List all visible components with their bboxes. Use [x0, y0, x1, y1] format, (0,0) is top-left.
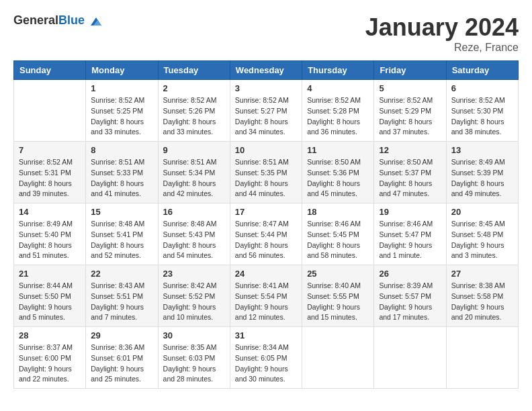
- day-info: Sunrise: 8:37 AM Sunset: 6:00 PM Dayligh…: [19, 342, 81, 385]
- calendar-cell: 20Sunrise: 8:45 AM Sunset: 5:48 PM Dayli…: [446, 203, 518, 265]
- day-info: Sunrise: 8:35 AM Sunset: 6:03 PM Dayligh…: [163, 342, 225, 385]
- location-subtitle: Reze, France: [365, 42, 519, 54]
- week-row-2: 14Sunrise: 8:49 AM Sunset: 5:40 PM Dayli…: [14, 203, 519, 265]
- header-row: SundayMondayTuesdayWednesdayThursdayFrid…: [14, 61, 519, 80]
- day-number: 2: [163, 83, 225, 93]
- day-number: 7: [19, 145, 81, 155]
- calendar-cell: [302, 327, 374, 389]
- calendar-cell: [14, 80, 86, 142]
- day-info: Sunrise: 8:51 AM Sunset: 5:33 PM Dayligh…: [91, 157, 152, 199]
- calendar-cell: 6Sunrise: 8:52 AM Sunset: 5:30 PM Daylig…: [446, 80, 518, 142]
- day-info: Sunrise: 8:52 AM Sunset: 5:25 PM Dayligh…: [91, 95, 152, 138]
- day-info: Sunrise: 8:43 AM Sunset: 5:51 PM Dayligh…: [91, 281, 152, 323]
- calendar-cell: 29Sunrise: 8:36 AM Sunset: 6:01 PM Dayli…: [86, 327, 158, 389]
- day-info: Sunrise: 8:39 AM Sunset: 5:57 PM Dayligh…: [379, 281, 441, 323]
- calendar-cell: 19Sunrise: 8:46 AM Sunset: 5:47 PM Dayli…: [374, 203, 446, 265]
- day-number: 1: [91, 83, 152, 93]
- day-number: 11: [307, 145, 369, 155]
- day-number: 29: [91, 330, 152, 340]
- day-info: Sunrise: 8:51 AM Sunset: 5:35 PM Dayligh…: [235, 157, 297, 199]
- calendar-cell: 23Sunrise: 8:42 AM Sunset: 5:52 PM Dayli…: [158, 265, 230, 327]
- day-number: 9: [163, 145, 225, 155]
- calendar-cell: [446, 327, 518, 389]
- header-wednesday: Wednesday: [230, 61, 302, 80]
- calendar-cell: 17Sunrise: 8:47 AM Sunset: 5:44 PM Dayli…: [230, 203, 302, 265]
- day-info: Sunrise: 8:44 AM Sunset: 5:50 PM Dayligh…: [19, 281, 81, 323]
- day-info: Sunrise: 8:48 AM Sunset: 5:41 PM Dayligh…: [91, 219, 152, 261]
- day-number: 24: [235, 269, 297, 279]
- calendar-cell: [374, 327, 446, 389]
- day-info: Sunrise: 8:52 AM Sunset: 5:28 PM Dayligh…: [307, 95, 369, 138]
- month-title: January 2024: [365, 13, 519, 42]
- logo-icon: [89, 15, 103, 28]
- calendar-cell: 15Sunrise: 8:48 AM Sunset: 5:41 PM Dayli…: [86, 203, 158, 265]
- calendar-cell: 10Sunrise: 8:51 AM Sunset: 5:35 PM Dayli…: [230, 142, 302, 203]
- day-number: 15: [91, 207, 152, 217]
- calendar-cell: 28Sunrise: 8:37 AM Sunset: 6:00 PM Dayli…: [14, 327, 86, 389]
- day-number: 28: [19, 330, 81, 340]
- day-info: Sunrise: 8:52 AM Sunset: 5:26 PM Dayligh…: [163, 95, 225, 138]
- week-row-0: 1Sunrise: 8:52 AM Sunset: 5:25 PM Daylig…: [14, 80, 519, 142]
- title-block: January 2024 Reze, France: [365, 13, 519, 54]
- day-info: Sunrise: 8:49 AM Sunset: 5:40 PM Dayligh…: [19, 219, 81, 261]
- day-number: 6: [451, 83, 513, 93]
- calendar-cell: 4Sunrise: 8:52 AM Sunset: 5:28 PM Daylig…: [302, 80, 374, 142]
- calendar-cell: 11Sunrise: 8:50 AM Sunset: 5:36 PM Dayli…: [302, 142, 374, 203]
- calendar-cell: 14Sunrise: 8:49 AM Sunset: 5:40 PM Dayli…: [14, 203, 86, 265]
- day-number: 30: [163, 330, 225, 340]
- day-number: 3: [235, 83, 297, 93]
- day-number: 27: [451, 269, 513, 279]
- week-row-1: 7Sunrise: 8:52 AM Sunset: 5:31 PM Daylig…: [14, 142, 519, 203]
- calendar-cell: 5Sunrise: 8:52 AM Sunset: 5:29 PM Daylig…: [374, 80, 446, 142]
- calendar-cell: 1Sunrise: 8:52 AM Sunset: 5:25 PM Daylig…: [86, 80, 158, 142]
- header-tuesday: Tuesday: [158, 61, 230, 80]
- calendar-cell: 18Sunrise: 8:46 AM Sunset: 5:45 PM Dayli…: [302, 203, 374, 265]
- logo: GeneralBlue: [13, 13, 103, 28]
- day-info: Sunrise: 8:47 AM Sunset: 5:44 PM Dayligh…: [235, 219, 297, 261]
- day-number: 26: [379, 269, 441, 279]
- day-info: Sunrise: 8:40 AM Sunset: 5:55 PM Dayligh…: [307, 281, 369, 323]
- calendar-cell: 8Sunrise: 8:51 AM Sunset: 5:33 PM Daylig…: [86, 142, 158, 203]
- calendar-table: SundayMondayTuesdayWednesdayThursdayFrid…: [13, 60, 519, 389]
- day-number: 22: [91, 269, 152, 279]
- calendar-cell: 31Sunrise: 8:34 AM Sunset: 6:05 PM Dayli…: [230, 327, 302, 389]
- day-number: 21: [19, 269, 81, 279]
- day-info: Sunrise: 8:52 AM Sunset: 5:29 PM Dayligh…: [379, 95, 441, 138]
- day-number: 10: [235, 145, 297, 155]
- header-friday: Friday: [374, 61, 446, 80]
- day-info: Sunrise: 8:42 AM Sunset: 5:52 PM Dayligh…: [163, 281, 225, 323]
- day-number: 4: [307, 83, 369, 93]
- calendar-cell: 16Sunrise: 8:48 AM Sunset: 5:43 PM Dayli…: [158, 203, 230, 265]
- calendar-cell: 21Sunrise: 8:44 AM Sunset: 5:50 PM Dayli…: [14, 265, 86, 327]
- day-number: 25: [307, 269, 369, 279]
- calendar-cell: 9Sunrise: 8:51 AM Sunset: 5:34 PM Daylig…: [158, 142, 230, 203]
- day-info: Sunrise: 8:41 AM Sunset: 5:54 PM Dayligh…: [235, 281, 297, 323]
- day-info: Sunrise: 8:46 AM Sunset: 5:47 PM Dayligh…: [379, 219, 441, 261]
- day-number: 31: [235, 330, 297, 340]
- day-info: Sunrise: 8:52 AM Sunset: 5:27 PM Dayligh…: [235, 95, 297, 138]
- day-number: 13: [451, 145, 513, 155]
- day-number: 19: [379, 207, 441, 217]
- week-row-3: 21Sunrise: 8:44 AM Sunset: 5:50 PM Dayli…: [14, 265, 519, 327]
- day-number: 17: [235, 207, 297, 217]
- header-sunday: Sunday: [14, 61, 86, 80]
- header-saturday: Saturday: [446, 61, 518, 80]
- day-number: 16: [163, 207, 225, 217]
- day-number: 20: [451, 207, 513, 217]
- calendar-cell: 3Sunrise: 8:52 AM Sunset: 5:27 PM Daylig…: [230, 80, 302, 142]
- day-number: 23: [163, 269, 225, 279]
- day-info: Sunrise: 8:50 AM Sunset: 5:37 PM Dayligh…: [379, 157, 441, 199]
- day-info: Sunrise: 8:38 AM Sunset: 5:58 PM Dayligh…: [451, 281, 513, 323]
- day-info: Sunrise: 8:52 AM Sunset: 5:30 PM Dayligh…: [451, 95, 513, 138]
- day-number: 18: [307, 207, 369, 217]
- day-info: Sunrise: 8:45 AM Sunset: 5:48 PM Dayligh…: [451, 219, 513, 261]
- calendar-cell: 30Sunrise: 8:35 AM Sunset: 6:03 PM Dayli…: [158, 327, 230, 389]
- day-number: 12: [379, 145, 441, 155]
- day-info: Sunrise: 8:52 AM Sunset: 5:31 PM Dayligh…: [19, 157, 81, 199]
- day-number: 14: [19, 207, 81, 217]
- day-info: Sunrise: 8:36 AM Sunset: 6:01 PM Dayligh…: [91, 342, 152, 385]
- day-number: 5: [379, 83, 441, 93]
- calendar-cell: 7Sunrise: 8:52 AM Sunset: 5:31 PM Daylig…: [14, 142, 86, 203]
- header-thursday: Thursday: [302, 61, 374, 80]
- week-row-4: 28Sunrise: 8:37 AM Sunset: 6:00 PM Dayli…: [14, 327, 519, 389]
